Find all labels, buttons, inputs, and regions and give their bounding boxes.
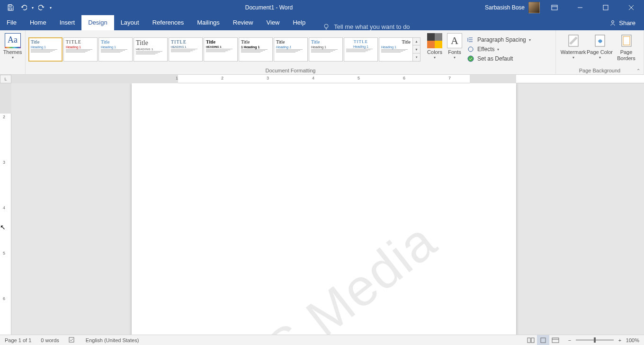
tab-help[interactable]: Help [286, 15, 312, 30]
user-area: Sarbasish Bose [485, 0, 644, 15]
style-set-tile[interactable]: TITLEHeading 1 [63, 37, 98, 62]
tell-me-label: Tell me what you want to do [334, 23, 410, 30]
page-viewport[interactable]: H2S Media [11, 83, 644, 335]
document-page[interactable]: H2S Media [132, 83, 516, 335]
vertical-ruler[interactable]: 23456 [0, 83, 11, 335]
document-formatting-group-label: Document Formatting [26, 66, 555, 75]
chevron-down-icon: ▾ [434, 55, 436, 60]
word-count[interactable]: 0 words [36, 337, 64, 343]
tab-references[interactable]: References [146, 15, 190, 30]
ribbon: Aa Themes ▾ TitleHeading 1TITLEHeading 1… [0, 30, 644, 75]
svg-rect-0 [9, 5, 11, 7]
svg-rect-16 [552, 338, 559, 343]
style-set-tile[interactable]: TitleHEADING 1 [204, 37, 238, 62]
style-set-tile[interactable]: Title1 Heading 1 [239, 37, 273, 62]
tab-view[interactable]: View [259, 15, 286, 30]
svg-point-4 [324, 24, 328, 28]
tell-me-search[interactable]: Tell me what you want to do [322, 23, 410, 30]
tab-design[interactable]: Design [81, 15, 114, 30]
tab-home[interactable]: Home [23, 15, 53, 30]
ribbon-tabs: File Home Insert Design Layout Reference… [0, 15, 644, 30]
effects-button[interactable]: Effects ▾ [467, 45, 531, 53]
themes-button[interactable]: Aa Themes ▾ [3, 32, 22, 66]
paragraph-spacing-label: Paragraph Spacing [477, 36, 526, 43]
zoom-slider[interactable] [576, 339, 614, 341]
themes-label: Themes [3, 49, 22, 55]
gallery-scroll: ▲ ▼ ▾ [413, 37, 420, 62]
set-default-label: Set as Default [477, 55, 513, 62]
share-icon [609, 19, 616, 26]
tab-file[interactable]: File [0, 15, 23, 30]
page-color-label: Page Color [587, 49, 613, 55]
watermark-button[interactable]: Watermark ▾ [560, 32, 587, 66]
redo-button[interactable] [35, 1, 48, 14]
window-title: Document1 - Word [53, 4, 485, 11]
svg-rect-14 [531, 338, 534, 343]
zoom-thumb[interactable] [594, 337, 596, 343]
style-set-tile[interactable]: TITLEHEADING 1 [169, 37, 203, 62]
spell-check-icon[interactable] [64, 336, 81, 344]
share-label: Share [619, 19, 635, 27]
qat-customize[interactable]: ▾ [48, 6, 53, 10]
user-avatar[interactable] [528, 2, 540, 13]
style-set-tile[interactable]: TitleHeading 1 [98, 37, 133, 62]
chevron-down-icon: ▾ [497, 47, 499, 52]
maximize-button[interactable] [595, 0, 617, 15]
gallery-scroll-down[interactable]: ▼ [413, 45, 420, 53]
fonts-icon: A [447, 33, 462, 48]
style-set-tile[interactable]: TitleHeading 1 [379, 37, 413, 62]
set-default-button[interactable]: Set as Default [467, 55, 531, 62]
style-set-gallery[interactable]: TitleHeading 1TITLEHeading 1TitleHeading… [28, 37, 413, 62]
status-bar: Page 1 of 1 0 words English (United Stat… [0, 335, 644, 345]
style-set-tile[interactable]: TitleHeading 1 [274, 37, 308, 62]
style-set-tile[interactable]: TITLEHeading 1 [344, 37, 378, 62]
effects-icon [467, 45, 474, 53]
read-mode-button[interactable] [525, 335, 537, 345]
svg-rect-12 [69, 337, 74, 342]
zoom-in-button[interactable]: + [617, 337, 623, 344]
page-borders-label: Page Borders [613, 49, 640, 62]
zoom-out-button[interactable]: − [566, 337, 573, 344]
horizontal-ruler[interactable]: 1234567 [11, 75, 644, 83]
watermark-icon [566, 33, 581, 48]
watermark-label: Watermark [561, 49, 586, 55]
language-indicator[interactable]: English (United States) [81, 337, 144, 343]
web-layout-button[interactable] [549, 335, 562, 345]
save-button[interactable] [4, 1, 17, 14]
tab-insert[interactable]: Insert [53, 15, 82, 30]
paragraph-spacing-button[interactable]: Paragraph Spacing ▾ [467, 36, 531, 44]
formatting-options: Paragraph Spacing ▾ Effects ▾ Set as Def… [464, 34, 534, 64]
ribbon-display-options[interactable] [544, 0, 565, 15]
chevron-down-icon: ▾ [12, 55, 14, 60]
colors-button[interactable]: Colors ▾ [424, 32, 445, 66]
lightbulb-icon [322, 23, 330, 30]
ruler-corner[interactable]: L [0, 75, 11, 83]
svg-rect-15 [541, 338, 546, 343]
undo-button[interactable] [17, 1, 30, 14]
style-set-tile[interactable]: TitleHeading 1 [28, 37, 63, 62]
page-background-group-label: Page Background [556, 66, 644, 75]
close-button[interactable] [620, 0, 642, 15]
svg-point-5 [612, 21, 614, 23]
collapse-ribbon-button[interactable]: ⌃ [636, 68, 640, 73]
tab-review[interactable]: Review [226, 15, 260, 30]
gallery-more[interactable]: ▾ [413, 53, 420, 61]
page-indicator[interactable]: Page 1 of 1 [0, 337, 36, 343]
undo-dropdown[interactable]: ▾ [30, 6, 35, 10]
fonts-button[interactable]: A Fonts ▾ [445, 32, 464, 66]
tab-mailings[interactable]: Mailings [190, 15, 226, 30]
print-layout-button[interactable] [537, 335, 549, 345]
page-color-button[interactable]: Page Color ▾ [587, 32, 613, 66]
style-set-tile[interactable]: TitleHEADING 1 [134, 37, 168, 62]
share-button[interactable]: Share [609, 15, 644, 30]
page-borders-button[interactable]: Page Borders [613, 32, 640, 66]
style-set-tile[interactable]: TitleHeading 1 [309, 37, 343, 62]
svg-rect-3 [603, 5, 608, 10]
colors-icon [427, 33, 442, 48]
page-borders-icon [619, 33, 634, 48]
zoom-level[interactable]: 100% [626, 337, 639, 343]
watermark-text: H2S Media [200, 210, 447, 335]
gallery-scroll-up[interactable]: ▲ [413, 38, 420, 46]
tab-layout[interactable]: Layout [114, 15, 146, 30]
minimize-button[interactable] [569, 0, 591, 15]
